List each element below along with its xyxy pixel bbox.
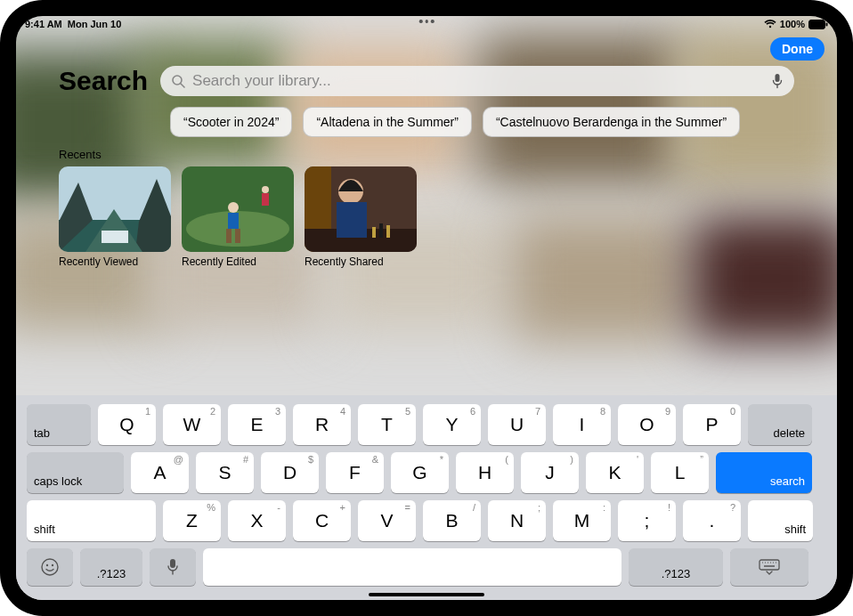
key-y[interactable]: 6Y — [423, 404, 481, 445]
onscreen-keyboard: tab1Q2W3E4R5T6Y7U8I9O0Pdelete caps lock@… — [16, 395, 837, 600]
key-capslock[interactable]: caps lock — [27, 452, 124, 493]
page-title: Search — [59, 66, 148, 96]
search-icon — [171, 74, 185, 88]
key-q[interactable]: 1Q — [98, 404, 156, 445]
key-search[interactable]: search — [716, 452, 812, 493]
recents-tile-viewed[interactable]: Recently Viewed — [59, 166, 171, 269]
svg-rect-19 — [262, 193, 269, 206]
svg-rect-25 — [372, 227, 376, 238]
thumbnail — [305, 166, 417, 252]
key-hide-keyboard[interactable] — [730, 548, 808, 586]
home-indicator[interactable] — [369, 593, 484, 596]
recents-row: Recently Viewed — [16, 163, 837, 269]
thumbnail — [182, 166, 294, 252]
key-g[interactable]: *G — [391, 452, 449, 493]
svg-point-30 — [52, 564, 53, 566]
key-p[interactable]: 0P — [683, 404, 741, 445]
svg-rect-17 — [235, 229, 240, 243]
key-punct[interactable]: !; — [618, 500, 676, 541]
screen: 9:41 AM Mon Jun 10 100% Done Sear — [16, 16, 837, 600]
key-s[interactable]: #S — [196, 452, 254, 493]
key-v[interactable]: =V — [358, 500, 416, 541]
key-delete[interactable]: delete — [748, 404, 812, 445]
svg-rect-24 — [337, 202, 367, 238]
done-button[interactable]: Done — [770, 37, 825, 61]
svg-line-3 — [181, 84, 184, 87]
tile-label: Recently Viewed — [59, 252, 144, 269]
search-input[interactable] — [192, 72, 764, 90]
key-w[interactable]: 2W — [163, 404, 221, 445]
key-shift-left[interactable]: shift — [27, 500, 156, 541]
svg-point-14 — [228, 202, 239, 213]
svg-rect-31 — [170, 559, 175, 568]
key-numbers-right[interactable]: .?123 — [629, 548, 723, 586]
key-x[interactable]: -X — [228, 500, 286, 541]
key-i[interactable]: 8I — [553, 404, 611, 445]
key-h[interactable]: (H — [456, 452, 514, 493]
key-d[interactable]: $D — [261, 452, 319, 493]
tile-label: Recently Shared — [305, 252, 390, 269]
search-field[interactable] — [160, 66, 794, 96]
svg-rect-15 — [228, 213, 239, 229]
suggestion-chip[interactable]: “Castelnuovo Berardenga in the Summer” — [483, 107, 740, 137]
key-l[interactable]: ”L — [651, 452, 709, 493]
key-e[interactable]: 3E — [228, 404, 286, 445]
svg-point-29 — [46, 564, 48, 566]
key-b[interactable]: /B — [423, 500, 481, 541]
key-punct[interactable]: ?. — [683, 500, 741, 541]
key-t[interactable]: 5T — [358, 404, 416, 445]
svg-rect-33 — [760, 560, 779, 570]
key-k[interactable]: 'K — [586, 452, 644, 493]
svg-rect-11 — [102, 231, 128, 243]
key-u[interactable]: 7U — [488, 404, 546, 445]
recents-section-label: Recents — [16, 146, 837, 163]
key-m[interactable]: :M — [553, 500, 611, 541]
suggestion-chip[interactable]: “Scooter in 2024” — [170, 107, 292, 137]
svg-point-18 — [262, 186, 269, 193]
svg-rect-16 — [226, 229, 232, 243]
recents-tile-shared[interactable]: Recently Shared — [305, 166, 417, 269]
recents-tile-edited[interactable]: Recently Edited — [182, 166, 294, 269]
search-suggestions: “Scooter in 2024” “Altadena in the Summe… — [16, 103, 837, 146]
key-r[interactable]: 4R — [293, 404, 351, 445]
microphone-icon[interactable] — [771, 73, 784, 89]
key-j[interactable]: )J — [521, 452, 579, 493]
svg-rect-26 — [379, 223, 383, 238]
ipad-bezel: 9:41 AM Mon Jun 10 100% Done Sear — [0, 0, 853, 616]
key-emoji[interactable] — [27, 548, 73, 586]
key-a[interactable]: @A — [131, 452, 189, 493]
key-n[interactable]: ;N — [488, 500, 546, 541]
key-tab[interactable]: tab — [27, 404, 91, 445]
key-o[interactable]: 9O — [618, 404, 676, 445]
suggestion-chip[interactable]: “Altadena in the Summer” — [303, 107, 472, 137]
key-shift-right[interactable]: shift — [748, 500, 813, 541]
key-space[interactable] — [203, 548, 621, 586]
key-numbers-left[interactable]: .?123 — [80, 548, 142, 586]
svg-rect-27 — [386, 225, 390, 238]
thumbnail — [59, 166, 171, 252]
key-dictation[interactable] — [150, 548, 196, 586]
svg-point-28 — [42, 559, 58, 575]
tile-label: Recently Edited — [182, 252, 267, 269]
key-z[interactable]: %Z — [163, 500, 221, 541]
svg-rect-4 — [776, 74, 780, 82]
key-c[interactable]: +C — [293, 500, 351, 541]
key-f[interactable]: &F — [326, 452, 384, 493]
